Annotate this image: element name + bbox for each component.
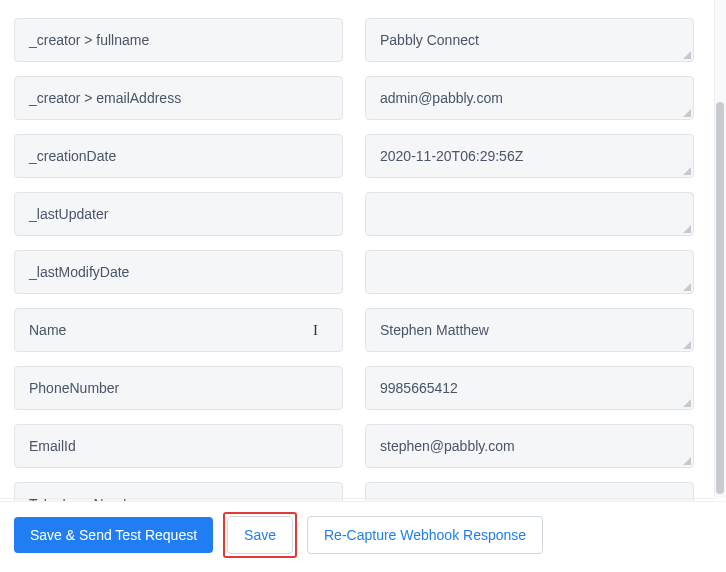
- resize-handle-icon: [681, 455, 691, 465]
- field-label-text: EmailId: [29, 438, 76, 454]
- field-row: _creationDate 2020-11-20T06:29:56Z: [14, 134, 694, 178]
- field-label-creator-fullname[interactable]: _creator > fullname: [14, 18, 343, 62]
- resize-handle-icon: [681, 397, 691, 407]
- field-value-text: Pabbly Connect: [380, 32, 479, 48]
- scrollbar-thumb[interactable]: [716, 102, 724, 494]
- field-value-text: Stephen Matthew: [380, 322, 489, 338]
- field-row: _creator > emailAddress admin@pabbly.com: [14, 76, 694, 120]
- field-label-text: Name: [29, 322, 66, 338]
- field-label-text: PhoneNumber: [29, 380, 119, 396]
- field-value-creation-date[interactable]: 2020-11-20T06:29:56Z: [365, 134, 694, 178]
- field-row: _lastModifyDate: [14, 250, 694, 294]
- field-value-name[interactable]: Stephen Matthew: [365, 308, 694, 352]
- field-value-text: admin@pabbly.com: [380, 90, 503, 106]
- resize-handle-icon: [681, 49, 691, 59]
- field-value-text: 9985665412: [380, 380, 458, 396]
- field-label-text: _creator > fullname: [29, 32, 149, 48]
- field-value-last-modify-date[interactable]: [365, 250, 694, 294]
- field-value-text: stephen@pabbly.com: [380, 438, 515, 454]
- button-bar: Save & Send Test Request Save Re-Capture…: [0, 501, 726, 572]
- field-label-text: _creationDate: [29, 148, 116, 164]
- resize-handle-icon: [681, 165, 691, 175]
- scrollbar-track[interactable]: [714, 0, 726, 498]
- field-label-text: _lastUpdater: [29, 206, 108, 222]
- form-scroll-area: _creator > fullname Pabbly Connect _crea…: [0, 0, 708, 572]
- form-content: _creator > fullname Pabbly Connect _crea…: [0, 0, 708, 552]
- field-label-text: _creator > emailAddress: [29, 90, 181, 106]
- field-label-name[interactable]: Name I: [14, 308, 343, 352]
- resize-handle-icon: [681, 107, 691, 117]
- resize-handle-icon: [681, 339, 691, 349]
- save-button-highlight: Save: [223, 512, 297, 558]
- field-row: EmailId stephen@pabbly.com: [14, 424, 694, 468]
- field-value-email-id[interactable]: stephen@pabbly.com: [365, 424, 694, 468]
- field-label-last-updater[interactable]: _lastUpdater: [14, 192, 343, 236]
- field-label-last-modify-date[interactable]: _lastModifyDate: [14, 250, 343, 294]
- save-button[interactable]: Save: [227, 516, 293, 554]
- text-cursor-icon: I: [313, 322, 318, 339]
- field-row: PhoneNumber 9985665412: [14, 366, 694, 410]
- field-label-text: _lastModifyDate: [29, 264, 129, 280]
- field-label-creation-date[interactable]: _creationDate: [14, 134, 343, 178]
- field-label-email-id[interactable]: EmailId: [14, 424, 343, 468]
- section-divider: [0, 498, 714, 499]
- save-send-test-button[interactable]: Save & Send Test Request: [14, 517, 213, 553]
- field-label-phone-number[interactable]: PhoneNumber: [14, 366, 343, 410]
- field-value-text: 2020-11-20T06:29:56Z: [380, 148, 523, 164]
- resize-handle-icon: [681, 223, 691, 233]
- field-row: _lastUpdater: [14, 192, 694, 236]
- field-label-creator-email[interactable]: _creator > emailAddress: [14, 76, 343, 120]
- resize-handle-icon: [681, 281, 691, 291]
- field-value-phone-number[interactable]: 9985665412: [365, 366, 694, 410]
- field-value-creator-email[interactable]: admin@pabbly.com: [365, 76, 694, 120]
- field-row: Name I Stephen Matthew: [14, 308, 694, 352]
- field-value-creator-fullname[interactable]: Pabbly Connect: [365, 18, 694, 62]
- field-value-last-updater[interactable]: [365, 192, 694, 236]
- recapture-webhook-button[interactable]: Re-Capture Webhook Response: [307, 516, 543, 554]
- field-row: _creator > fullname Pabbly Connect: [14, 18, 694, 62]
